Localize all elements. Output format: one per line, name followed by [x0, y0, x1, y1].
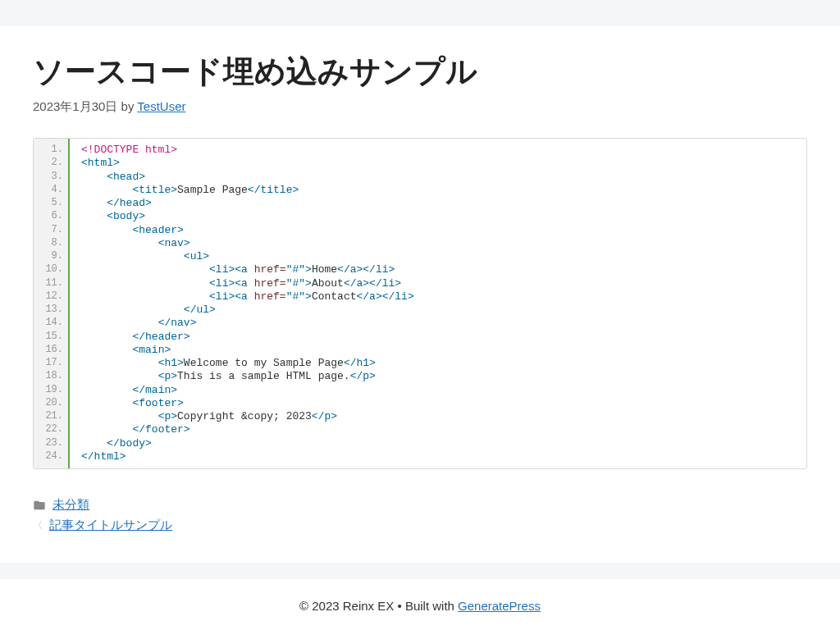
chevron-left-icon: 〈: [33, 518, 43, 532]
code-content: <h1>Welcome to my Sample Page</h1>: [70, 357, 806, 370]
code-line: 17. <h1>Welcome to my Sample Page</h1>: [34, 357, 806, 370]
code-content: </head>: [70, 197, 806, 210]
code-content: <nav>: [70, 237, 806, 250]
section-gap: [0, 563, 840, 579]
code-content: </body>: [70, 437, 806, 450]
code-line: 2.<html>: [34, 157, 806, 170]
code-content: <footer>: [70, 397, 806, 410]
line-number: 13.: [34, 304, 70, 317]
line-number: 1.: [34, 139, 70, 157]
line-number: 23.: [34, 437, 70, 450]
code-line: 18. <p>This is a sample HTML page.</p>: [34, 370, 806, 383]
line-number: 20.: [34, 397, 70, 410]
code-content: <html>: [70, 157, 806, 170]
code-line: 21. <p>Copyright &copy; 2023</p>: [34, 410, 806, 423]
code-content: </html>: [70, 450, 806, 468]
code-line: 11. <li><a href="#">About</a></li>: [34, 277, 806, 290]
code-content: <!DOCTYPE html>: [70, 139, 806, 157]
top-spacer: [0, 0, 840, 26]
code-content: <body>: [70, 210, 806, 223]
code-content: </footer>: [70, 423, 806, 436]
article-container: ソースコード埋め込みサンプル 2023年1月30日 by TestUser 1.…: [0, 26, 840, 563]
meta-by: by: [121, 99, 135, 113]
line-number: 19.: [34, 384, 70, 397]
prev-post-row: 〈 記事タイトルサンプル: [33, 518, 807, 533]
line-number: 9.: [34, 250, 70, 263]
code-line: 10. <li><a href="#">Home</a></li>: [34, 263, 806, 276]
code-content: <li><a href="#">Contact</a></li>: [70, 290, 806, 304]
post-date: 2023年1月30日: [33, 99, 117, 113]
code-line: 22. </footer>: [34, 423, 806, 436]
category-row: 未分類: [33, 497, 807, 513]
footer-copyright: © 2023 Reinx EX • Built with: [299, 599, 458, 613]
code-content: <p>Copyright &copy; 2023</p>: [70, 410, 806, 423]
code-content: </main>: [70, 384, 806, 397]
line-number: 16.: [34, 344, 70, 357]
line-number: 3.: [34, 171, 70, 184]
code-content: <header>: [70, 224, 806, 237]
code-line: 19. </main>: [34, 384, 806, 397]
code-line: 4. <title>Sample Page</title>: [34, 184, 806, 197]
code-line: 15. </header>: [34, 331, 806, 344]
post-meta-line: 2023年1月30日 by TestUser: [33, 99, 807, 115]
code-line: 24.</html>: [34, 450, 806, 468]
code-block: 1.<!DOCTYPE html>2.<html>3. <head>4. <ti…: [33, 138, 807, 469]
post-author-link[interactable]: TestUser: [137, 99, 185, 113]
prev-post-link[interactable]: 記事タイトルサンプル: [49, 518, 172, 533]
line-number: 4.: [34, 184, 70, 197]
line-number: 17.: [34, 357, 70, 370]
code-content: </nav>: [70, 317, 806, 330]
code-content: </ul>: [70, 304, 806, 317]
post-footer-meta: 未分類 〈 記事タイトルサンプル: [33, 497, 807, 533]
code-content: <head>: [70, 171, 806, 184]
line-number: 10.: [34, 263, 70, 276]
code-line: 3. <head>: [34, 171, 806, 184]
code-content: </header>: [70, 331, 806, 344]
code-content: <p>This is a sample HTML page.</p>: [70, 370, 806, 383]
post-title: ソースコード埋め込みサンプル: [33, 51, 807, 93]
line-number: 8.: [34, 237, 70, 250]
code-content: <ul>: [70, 250, 806, 263]
code-line: 5. </head>: [34, 197, 806, 210]
code-line: 1.<!DOCTYPE html>: [34, 139, 806, 157]
line-number: 21.: [34, 410, 70, 423]
code-content: <li><a href="#">About</a></li>: [70, 277, 806, 290]
line-number: 12.: [34, 290, 70, 304]
line-number: 22.: [34, 423, 70, 436]
code-line: 13. </ul>: [34, 304, 806, 317]
code-content: <title>Sample Page</title>: [70, 184, 806, 197]
line-number: 14.: [34, 317, 70, 330]
code-line: 12. <li><a href="#">Contact</a></li>: [34, 290, 806, 304]
line-number: 5.: [34, 197, 70, 210]
line-number: 15.: [34, 331, 70, 344]
line-number: 24.: [34, 450, 70, 468]
line-number: 2.: [34, 157, 70, 170]
code-line: 9. <ul>: [34, 250, 806, 263]
line-number: 7.: [34, 224, 70, 237]
code-line: 20. <footer>: [34, 397, 806, 410]
line-number: 6.: [34, 210, 70, 223]
folder-icon: [33, 499, 46, 512]
code-line: 8. <nav>: [34, 237, 806, 250]
line-number: 18.: [34, 370, 70, 383]
code-content: <main>: [70, 344, 806, 357]
code-line: 6. <body>: [34, 210, 806, 223]
code-line: 16. <main>: [34, 344, 806, 357]
category-link[interactable]: 未分類: [52, 497, 89, 513]
code-line: 7. <header>: [34, 224, 806, 237]
footer-builder-link[interactable]: GeneratePress: [458, 599, 541, 613]
code-line: 23. </body>: [34, 437, 806, 450]
site-footer: © 2023 Reinx EX • Built with GeneratePre…: [0, 579, 840, 630]
line-number: 11.: [34, 277, 70, 290]
code-line: 14. </nav>: [34, 317, 806, 330]
code-content: <li><a href="#">Home</a></li>: [70, 263, 806, 276]
